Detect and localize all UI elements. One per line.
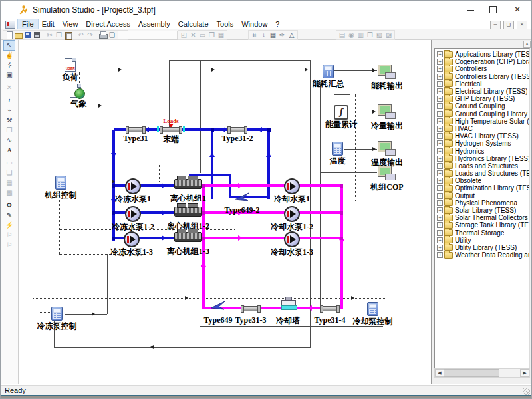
expand-icon[interactable]	[437, 66, 443, 72]
expand-icon[interactable]	[437, 200, 443, 206]
tree-item[interactable]: Weather Data Reading and Process	[435, 251, 529, 259]
open-icon[interactable]	[14, 31, 23, 39]
pen-tool-icon[interactable]: ✎	[4, 211, 15, 220]
info-link[interactable]	[65, 314, 107, 315]
expand-icon[interactable]	[437, 81, 443, 87]
info-link[interactable]	[200, 60, 201, 173]
component-chw-pump-control[interactable]: 冷冻泵控制	[51, 307, 63, 321]
info-link[interactable]	[334, 94, 350, 95]
mdi-close-icon[interactable]: ✕	[517, 21, 527, 29]
info-link[interactable]	[107, 254, 108, 314]
flag-tool-1-icon[interactable]: ⚐	[4, 231, 15, 240]
frame-tool-4-icon[interactable]: ▩	[4, 188, 15, 198]
expand-icon[interactable]	[437, 88, 443, 94]
tile-horizontal-icon[interactable]: ▭	[198, 31, 207, 39]
menu-direct-access[interactable]: Direct Access	[82, 19, 134, 29]
run-simulation-icon[interactable]: ⚡	[4, 221, 15, 230]
expand-icon[interactable]	[437, 215, 443, 221]
expand-icon[interactable]	[437, 245, 443, 251]
menu-calculate[interactable]: Calculate	[174, 19, 213, 29]
info-link[interactable]	[92, 76, 310, 76]
component-unit-control[interactable]: 机组控制	[55, 176, 66, 190]
menu-assembly[interactable]: Assembly	[134, 19, 174, 29]
minimize-button[interactable]	[460, 1, 482, 19]
expand-icon[interactable]	[437, 140, 443, 146]
component-chw-pump1[interactable]: 冷冻水泵1	[125, 178, 141, 194]
component-chiller3[interactable]: 离心机组1-3	[174, 229, 202, 242]
expand-icon[interactable]	[437, 118, 443, 124]
component-cooling-tower[interactable]: 冷却塔	[280, 297, 296, 310]
control-link[interactable]	[39, 312, 50, 313]
paste-icon[interactable]	[64, 31, 72, 39]
wrench-tool-icon[interactable]: ⚒	[4, 116, 15, 125]
cascade-icon[interactable]: ◰	[180, 31, 188, 39]
scroll-left-icon[interactable]: ◀	[435, 369, 444, 377]
component-cw-pump2[interactable]: 冷却水泵1-2	[284, 206, 300, 222]
link-tool-icon[interactable]: ⌗	[250, 31, 259, 39]
text-tool-icon[interactable]: A	[4, 146, 15, 155]
print-preview-icon[interactable]: ❏	[108, 31, 116, 39]
close-window-icon[interactable]: ✕	[189, 31, 198, 39]
pipe-chilled-water[interactable]	[211, 130, 213, 199]
expand-icon[interactable]	[437, 207, 443, 213]
undo-icon[interactable]: ↶	[76, 31, 85, 39]
component-load[interactable]: USER 负荷	[65, 58, 76, 72]
info-link[interactable]	[54, 347, 310, 348]
arrange-icons-icon[interactable]: ▦	[217, 31, 225, 39]
expand-icon[interactable]	[437, 103, 443, 109]
delete-tool-icon[interactable]: ✕	[4, 83, 15, 92]
select-tool-icon[interactable]: ↖	[4, 41, 15, 50]
tile-vertical-icon[interactable]: ❐	[207, 31, 216, 39]
save-icon[interactable]	[23, 31, 32, 39]
menu-view[interactable]: View	[59, 19, 82, 29]
flag-tool-2-icon[interactable]: ⚐	[4, 241, 15, 250]
expand-icon[interactable]	[437, 133, 443, 139]
component-cooling-out[interactable]: 冷量输出	[378, 105, 396, 119]
info-link[interactable]	[169, 60, 310, 61]
expand-icon[interactable]	[437, 230, 443, 236]
tree-horizontal-scrollbar[interactable]: ◀ ▶	[434, 368, 530, 378]
project-document-icon[interactable]	[5, 21, 15, 29]
close-button[interactable]	[506, 1, 529, 19]
component-weather[interactable]: 气象	[70, 84, 81, 98]
mdi-minimize-icon[interactable]: ─	[490, 21, 501, 29]
component-type31-2[interactable]: Type31-2	[228, 127, 247, 132]
panel-grip[interactable]	[432, 40, 532, 47]
control-link[interactable]	[59, 205, 235, 205]
frame-tool-2-icon[interactable]: ❏	[4, 168, 15, 178]
background-icon[interactable]: △	[287, 31, 296, 39]
menu-help[interactable]: ?	[271, 19, 283, 29]
component-chiller1[interactable]: 离心机组1	[174, 176, 202, 189]
expand-icon[interactable]	[437, 178, 443, 184]
component-unit-cop[interactable]: 机组COP	[378, 166, 396, 180]
print-icon[interactable]	[98, 31, 107, 39]
pipe-cooling-water[interactable]	[200, 211, 343, 214]
component-energy-sum[interactable]: 能耗汇总	[323, 65, 334, 78]
expand-icon[interactable]	[437, 126, 443, 132]
frame-tool-1-icon[interactable]: ▭	[4, 158, 15, 168]
component-chiller2[interactable]: 离心机组1-2	[174, 203, 202, 217]
layout-6-icon[interactable]: ▨	[384, 31, 393, 39]
pipe-cooling-water[interactable]	[200, 184, 343, 187]
scroll-right-icon[interactable]: ▶	[520, 369, 529, 377]
pipe-chilled-water[interactable]	[267, 130, 270, 199]
stamp-tool-icon[interactable]: ❐	[4, 126, 15, 135]
scrollbar-thumb[interactable]	[444, 369, 499, 377]
component-energy-out[interactable]: 能耗输出	[378, 65, 396, 79]
save-all-icon[interactable]	[33, 31, 41, 39]
expand-icon[interactable]	[437, 170, 443, 176]
menu-file[interactable]: File	[18, 19, 38, 29]
expand-icon[interactable]	[437, 148, 443, 154]
library-tree[interactable]: Applications Library (TESS) Cogeneration…	[434, 48, 530, 368]
layout-4-icon[interactable]: ❒	[366, 31, 374, 39]
control-link[interactable]	[355, 94, 356, 201]
expand-icon[interactable]	[437, 222, 443, 228]
redo-icon[interactable]: ↷	[86, 31, 94, 39]
component-cw-pump3[interactable]: 冷却水泵1-3	[284, 231, 300, 247]
menu-window[interactable]: Window	[237, 19, 271, 29]
info-link[interactable]	[334, 70, 377, 71]
expand-icon[interactable]	[437, 193, 443, 199]
expand-icon[interactable]	[437, 51, 443, 57]
layout-5-icon[interactable]: ▧	[375, 31, 384, 39]
maximize-button[interactable]	[482, 1, 505, 19]
